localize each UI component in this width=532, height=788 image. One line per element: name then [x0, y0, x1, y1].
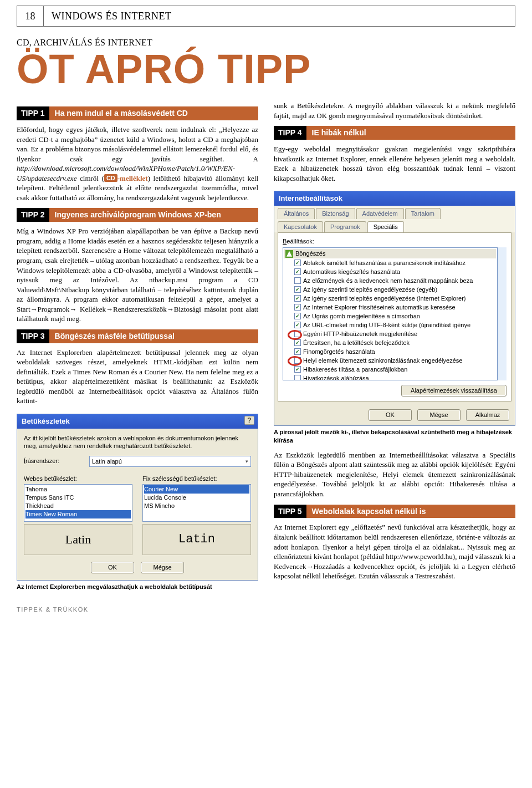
tree-item-label: Az URL-címeket mindig UTF-8-ként küldje … [303, 321, 470, 329]
cancel-button[interactable]: Mégse [141, 562, 184, 573]
tipp-4-title: IE hibák nélkül [306, 126, 515, 140]
script-label-text: rásrendszer: [25, 457, 59, 464]
checkbox-icon[interactable] [294, 375, 301, 380]
ok-button[interactable]: OK [369, 409, 412, 421]
right-column: sunk a Betűkészletekre. A megnyíló ablak… [274, 101, 515, 591]
tree-item-label: Egyéni HTTP-hibaüzenetek megjelenítése [303, 329, 417, 338]
checkbox-icon[interactable] [294, 260, 301, 266]
tree-item[interactable]: Az Internet Explorer frissítéseinek auto… [284, 303, 496, 312]
page-header: 18 WINDOWS ÉS INTERNET [17, 6, 515, 27]
tipp-2-bar: TIPP 2 Ingyenes archiválóprogram Windows… [17, 208, 258, 222]
tipp-3-body: Az Internet Explorerben alapértelmezett … [17, 348, 258, 406]
checkbox-icon[interactable] [294, 304, 301, 311]
checkbox-icon[interactable] [294, 339, 301, 346]
internet-options-dialog: Internetbeállítások Általános Biztonság … [274, 191, 515, 426]
tab-connections[interactable]: Kapcsolatok [278, 221, 323, 232]
tree-item[interactable]: Ablakok ismételt felhasználása a parancs… [284, 258, 496, 267]
tree-group-browsing: Böngészés [284, 249, 496, 258]
checkbox-icon[interactable] [294, 286, 301, 293]
tree-item[interactable]: Az Ugrás gomb megjelenítése a címsorban [284, 312, 496, 321]
right-mid-body: Az Eszközök legördülő menüben az Interne… [274, 450, 515, 499]
tree-group-label: Böngészés [295, 250, 325, 258]
fixed-font-preview: Latin [142, 524, 251, 555]
tipp-5-num: TIPP 5 [274, 505, 306, 518]
tree-item-label: Ablakok ismételt felhasználása a parancs… [303, 258, 466, 267]
chevron-down-icon: ▾ [245, 458, 248, 465]
web-font-list[interactable]: Tahoma Tempus Sans ITC Thickhead Times N… [24, 484, 132, 522]
section-title: WINDOWS ÉS INTERNET [44, 6, 515, 26]
script-label: Írásrendszer: [24, 457, 79, 465]
tab-privacy[interactable]: Adatvédelem [356, 208, 404, 219]
tree-item[interactable]: Az igény szerinti telepítés engedélyezés… [284, 294, 496, 303]
apply-button[interactable]: Alkalmaz [466, 409, 509, 421]
list-item[interactable]: Tempus Sans ITC [25, 494, 131, 502]
list-item[interactable]: Lucida Console [144, 494, 249, 502]
checkbox-icon[interactable] [294, 322, 301, 328]
tipp-5-bar: TIPP 5 Weboldalak kapcsolat nélkül is [274, 505, 515, 518]
tree-item-label: Az Internet Explorer frissítéseinek auto… [303, 303, 456, 312]
list-item-selected[interactable]: Times New Roman [25, 510, 131, 518]
cancel-button[interactable]: Mégse [417, 409, 461, 421]
browsing-icon [285, 250, 293, 258]
settings-label: Beállítások: [283, 237, 507, 246]
tipp-3-bar: TIPP 3 Böngészés másféle betűtípussal [17, 329, 258, 343]
list-item[interactable]: Tahoma [25, 485, 131, 494]
checkbox-icon[interactable] [294, 366, 301, 373]
font-dialog-title: Betűkészletek ? [17, 414, 258, 429]
tree-item-label: Automatikus kiegészítés használata [303, 267, 400, 276]
checkbox-icon[interactable] [294, 348, 301, 355]
right-top-body: sunk a Betűkészletekre. A megnyíló ablak… [274, 101, 515, 120]
font-dialog: Betűkészletek ? Az itt kijelölt betűkész… [17, 414, 258, 581]
checkbox-icon[interactable] [294, 313, 301, 319]
ok-button[interactable]: OK [91, 562, 134, 573]
tree-item-label: Az Ugrás gomb megjelenítése a címsorban [303, 312, 420, 321]
font-dialog-title-text: Betűkészletek [22, 417, 70, 425]
tab-security[interactable]: Biztonság [316, 208, 355, 219]
tipp-1-body: Előfordul, hogy egyes játékok, illetve s… [17, 125, 258, 202]
tree-item[interactable]: Helyi elemek ütemezett szinkronizálásána… [284, 356, 496, 365]
list-item-selected[interactable]: Courier New [144, 485, 249, 494]
list-item[interactable]: MS Mincho [144, 502, 249, 510]
tree-item-label: Helyi elemek ütemezett szinkronizálásána… [303, 356, 462, 365]
tab-programs[interactable]: Programok [324, 221, 366, 232]
restore-defaults-button[interactable]: Alapértelmezések visszaállítása [401, 385, 507, 396]
tree-item-label: Értesítsen, ha a letöltések befejeződtek [303, 338, 410, 347]
checkbox-icon[interactable] [294, 357, 301, 364]
settings-tree[interactable]: Böngészés Ablakok ismételt felhasználása… [283, 247, 498, 380]
web-font-preview: Latin [24, 524, 132, 555]
checkbox-icon[interactable] [294, 295, 301, 302]
tab-general[interactable]: Általános [278, 208, 315, 219]
tree-item[interactable]: Értesítsen, ha a letöltések befejeződtek [284, 338, 496, 347]
script-select[interactable]: Latin alapú ▾ [89, 456, 251, 467]
checkbox-icon[interactable] [294, 268, 301, 275]
tree-item[interactable]: Egyéni HTTP-hibaüzenetek megjelenítése [284, 329, 496, 338]
fixed-font-list[interactable]: Courier New Lucida Console MS Mincho [142, 484, 251, 522]
tipp-1-bar: TIPP 1 Ha nem indul el a másolásvédett C… [17, 106, 258, 120]
tipp-4-bar: TIPP 4 IE hibák nélkül [274, 126, 515, 140]
headline: ÖT APRÓ TIPP [17, 50, 515, 89]
tree-item[interactable]: Automatikus kiegészítés használata [284, 267, 496, 276]
checkbox-icon[interactable] [294, 277, 301, 284]
list-item[interactable]: Thickhead [25, 502, 131, 510]
tree-item[interactable]: Finomgörgetés használata [284, 347, 496, 356]
cd-melleklet-icon: CD-melléklet [104, 174, 148, 184]
checkbox-icon[interactable] [294, 331, 301, 337]
tree-item[interactable]: Hivatkozások aláhúzása [284, 374, 496, 380]
inet-title: Internetbeállítások [274, 191, 515, 206]
tree-item[interactable]: Az igény szerinti telepítés engedélyezés… [284, 285, 496, 294]
tree-item-label: Hibakeresés tiltása a parancsfájlokban [303, 365, 407, 374]
tree-item[interactable]: Az URL-címeket mindig UTF-8-ként küldje … [284, 321, 496, 329]
font-dialog-caption: Az Internet Explorerben megválaszthatjuk… [17, 583, 258, 591]
inet-dialog-caption: A pirossal jelölt mezők ki-, illetve bek… [274, 428, 515, 445]
scrollbar[interactable] [498, 247, 507, 380]
help-icon[interactable]: ? [244, 416, 254, 425]
tree-item-label: Az igény szerinti telepítés engedélyezés… [303, 285, 437, 294]
tipp-5-body: Az Internet Explorert egy „előfizetés” n… [274, 522, 515, 581]
tree-item[interactable]: Az előzmények és a kedvencek nem használ… [284, 276, 496, 285]
tree-item[interactable]: Hibakeresés tiltása a parancsfájlokban [284, 365, 496, 374]
tab-content[interactable]: Tartalom [405, 208, 441, 219]
tipp-4-num: TIPP 4 [274, 126, 306, 140]
inet-tabs: Általános Biztonság Adatvédelem Tartalom… [274, 206, 515, 232]
tipp-3-num: TIPP 3 [17, 329, 49, 343]
tab-advanced[interactable]: Speciális [367, 221, 404, 232]
